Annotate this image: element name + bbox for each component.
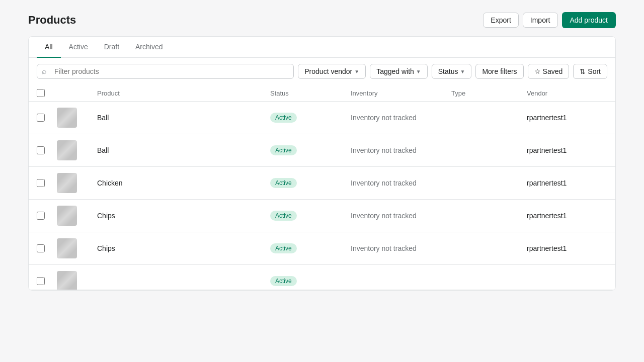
product-status: Active xyxy=(270,276,351,286)
saved-label: Saved xyxy=(543,67,563,75)
header-actions: Export Import Add product xyxy=(483,12,616,28)
status-badge: Active xyxy=(270,145,297,155)
import-button[interactable]: Import xyxy=(523,13,558,28)
product-name: Ball xyxy=(97,146,270,154)
product-status: Active xyxy=(270,178,351,188)
row-checkbox-cell[interactable] xyxy=(37,114,57,122)
col-vendor: Vendor xyxy=(527,89,607,97)
product-vendor: rpartnertest1 xyxy=(527,146,607,154)
saved-button[interactable]: ☆ Saved xyxy=(528,64,570,79)
product-status: Active xyxy=(270,145,351,155)
products-card: All Active Draft Archived ⌕ Product vend… xyxy=(28,36,616,291)
status-badge: Active xyxy=(270,211,297,221)
status-filter[interactable]: Status ▼ xyxy=(432,64,472,79)
more-filters-label: More filters xyxy=(482,67,517,75)
table-header: Product Status Inventory Type Vendor xyxy=(29,85,615,102)
col-type: Type xyxy=(451,89,527,97)
toolbar: ⌕ Product vendor ▼ Tagged with ▼ Status … xyxy=(29,58,615,85)
sort-icon: ⇅ xyxy=(580,67,586,75)
row-checkbox-cell[interactable] xyxy=(37,212,57,220)
table-row[interactable]: Ball Active Inventory not tracked rpartn… xyxy=(29,134,615,167)
row-checkbox[interactable] xyxy=(37,114,45,122)
product-name: Chicken xyxy=(97,179,270,187)
row-checkbox-cell[interactable] xyxy=(37,277,57,285)
table-row[interactable]: Active xyxy=(29,265,615,290)
tab-active[interactable]: Active xyxy=(61,37,96,58)
row-checkbox[interactable] xyxy=(37,179,45,187)
status-badge: Active xyxy=(270,276,297,286)
status-badge: Active xyxy=(270,243,297,253)
row-checkbox[interactable] xyxy=(37,212,45,220)
chevron-down-icon: ▼ xyxy=(416,69,421,74)
product-name: Ball xyxy=(97,114,270,122)
add-product-button[interactable]: Add product xyxy=(562,12,616,28)
product-status: Active xyxy=(270,113,351,123)
product-name: Chips xyxy=(97,244,270,252)
select-all-cell[interactable] xyxy=(37,89,57,97)
page-header: Products Export Import Add product xyxy=(28,12,616,28)
star-icon: ☆ xyxy=(534,67,541,75)
status-badge: Active xyxy=(270,178,297,188)
table-row[interactable]: Chips Active Inventory not tracked rpart… xyxy=(29,232,615,265)
tagged-with-label: Tagged with xyxy=(376,67,414,75)
table-row[interactable]: Chips Active Inventory not tracked rpart… xyxy=(29,200,615,232)
search-icon: ⌕ xyxy=(42,67,47,76)
product-inventory: Inventory not tracked xyxy=(351,179,451,187)
product-thumbnail xyxy=(57,238,97,258)
chevron-down-icon: ▼ xyxy=(354,69,359,74)
product-vendor: rpartnertest1 xyxy=(527,114,607,122)
sort-label: Sort xyxy=(588,67,601,75)
product-vendor: rpartnertest1 xyxy=(527,179,607,187)
row-checkbox[interactable] xyxy=(37,146,45,154)
more-filters-button[interactable]: More filters xyxy=(475,64,523,79)
col-status: Status xyxy=(270,89,351,97)
product-status: Active xyxy=(270,211,351,221)
col-inventory: Inventory xyxy=(351,89,451,97)
product-inventory: Inventory not tracked xyxy=(351,114,451,122)
product-thumbnail xyxy=(57,271,97,290)
tab-draft[interactable]: Draft xyxy=(96,37,127,58)
export-button[interactable]: Export xyxy=(483,13,518,28)
tab-archived[interactable]: Archived xyxy=(127,37,171,58)
product-inventory: Inventory not tracked xyxy=(351,244,451,252)
product-thumbnail xyxy=(57,140,97,160)
col-product: Product xyxy=(97,89,270,97)
product-status: Active xyxy=(270,243,351,253)
product-thumbnail xyxy=(57,206,97,226)
chevron-down-icon: ▼ xyxy=(460,69,465,74)
row-checkbox[interactable] xyxy=(37,277,45,285)
table-row[interactable]: Chicken Active Inventory not tracked rpa… xyxy=(29,167,615,200)
product-vendor-label: Product vendor xyxy=(304,67,352,75)
status-label: Status xyxy=(438,67,458,75)
table-row[interactable]: Ball Active Inventory not tracked rpartn… xyxy=(29,102,615,134)
search-wrapper: ⌕ xyxy=(37,64,294,79)
product-thumbnail xyxy=(57,173,97,193)
select-all-checkbox[interactable] xyxy=(37,89,45,97)
search-input[interactable] xyxy=(37,64,294,79)
product-vendor: rpartnertest1 xyxy=(527,244,607,252)
tabs-container: All Active Draft Archived xyxy=(29,37,615,58)
product-inventory: Inventory not tracked xyxy=(351,212,451,220)
row-checkbox[interactable] xyxy=(37,244,45,252)
tab-all[interactable]: All xyxy=(37,37,61,58)
row-checkbox-cell[interactable] xyxy=(37,244,57,252)
sort-button[interactable]: ⇅ Sort xyxy=(573,64,607,79)
product-vendor: rpartnertest1 xyxy=(527,212,607,220)
page-title: Products xyxy=(28,14,76,27)
product-thumbnail xyxy=(57,108,97,128)
product-inventory: Inventory not tracked xyxy=(351,146,451,154)
row-checkbox-cell[interactable] xyxy=(37,179,57,187)
tagged-with-filter[interactable]: Tagged with ▼ xyxy=(370,64,428,79)
row-checkbox-cell[interactable] xyxy=(37,146,57,154)
status-badge: Active xyxy=(270,113,297,123)
product-vendor-filter[interactable]: Product vendor ▼ xyxy=(298,64,366,79)
product-name: Chips xyxy=(97,212,270,220)
